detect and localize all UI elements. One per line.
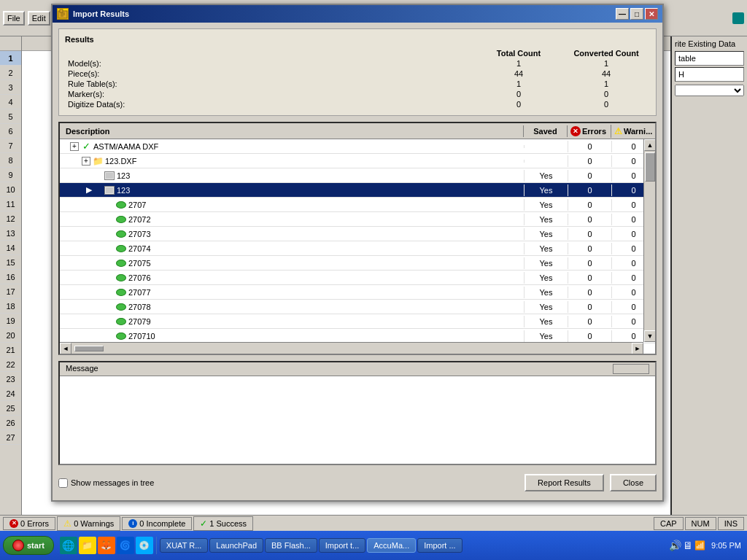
show-messages-checkbox[interactable]: Show messages in tree: [58, 478, 154, 488]
node-label: 27076: [128, 273, 151, 282]
scroll-down-button[interactable]: ▼: [644, 330, 656, 342]
saved-cell: Yes: [524, 228, 568, 240]
scroll-left-button[interactable]: ◄: [60, 343, 71, 354]
row-header: 21: [0, 343, 21, 357]
tree-row[interactable]: 270710 Yes 0 0: [60, 329, 655, 343]
node-label: 2707: [128, 201, 146, 209]
tree-row[interactable]: 27073 Yes 0 0: [60, 227, 655, 241]
report-results-button[interactable]: Report Results: [525, 474, 604, 491]
vertical-scrollbar[interactable]: ▲ ▼: [643, 139, 655, 342]
show-messages-input[interactable]: [58, 478, 68, 488]
result-row: Marker(s):00: [65, 89, 650, 99]
result-row: Model(s):11: [65, 58, 650, 69]
col-saved: Saved: [524, 125, 568, 137]
errors-cell: 0: [568, 199, 611, 211]
taskbar: start 🌐 📁 🦊 🌀 💿 XUAT R... LaunchPad BB F…: [0, 531, 747, 560]
folder-icon[interactable]: 📁: [79, 537, 96, 554]
node-icon: 📁: [92, 155, 104, 167]
row-header: 2: [0, 66, 21, 80]
horizontal-scrollbar[interactable]: ◄ ►: [60, 342, 643, 354]
row-arrow: ▶: [86, 185, 92, 195]
error-icon: ✕: [570, 126, 581, 136]
taskbar-item-bbflash[interactable]: BB Flash...: [265, 538, 317, 553]
taskbar-item-xuatr[interactable]: XUAT R...: [160, 538, 209, 553]
status-success-icon: ✓: [200, 518, 207, 529]
row-header: 20: [0, 328, 21, 343]
saved-cell: Yes: [524, 257, 568, 269]
row-header: 11: [0, 197, 21, 211]
oval-icon: [116, 216, 126, 223]
tree-row[interactable]: 123 Yes 0 0: [60, 168, 655, 183]
row-header: 25: [0, 401, 21, 416]
right-panel-table: table: [678, 54, 696, 63]
node-label: 123: [117, 186, 130, 195]
dialog-controls: — □ ✕: [616, 8, 658, 20]
saved-cell: Yes: [524, 272, 568, 284]
start-label: start: [27, 541, 44, 550]
expand-button[interactable]: +: [82, 157, 90, 166]
firefox-icon[interactable]: 🦊: [98, 537, 115, 554]
row-header: 8: [0, 153, 21, 168]
clock: 9:05 PM: [711, 541, 741, 550]
node-label: 123: [117, 171, 130, 180]
result-row: Rule Table(s):11: [65, 79, 650, 89]
saved-cell: Yes: [524, 287, 568, 298]
tree-row[interactable]: ▶ 123 Yes 0 0: [60, 183, 655, 198]
node-label: 123.DXF: [105, 157, 136, 166]
media-icon[interactable]: 💿: [136, 537, 153, 554]
minimize-button[interactable]: —: [616, 8, 629, 20]
taskbar-item-launchpad[interactable]: LaunchPad: [209, 538, 263, 553]
scroll-right-button[interactable]: ►: [632, 343, 643, 354]
taskbar-item-importt[interactable]: Import t...: [319, 538, 365, 553]
status-warnings-text: 0 Warnings: [74, 519, 114, 528]
node-label: ASTM/AAMA DXF: [93, 142, 158, 151]
tree-row[interactable]: 27079 Yes 0 0: [60, 314, 655, 329]
maximize-button[interactable]: □: [630, 8, 643, 20]
node-icon: [115, 257, 127, 269]
node-icon: [115, 330, 127, 342]
status-errors: ✕ 0 Errors: [3, 517, 55, 530]
col-warnings: ⚠ Warni...: [611, 125, 655, 138]
row-header: 10: [0, 182, 21, 197]
tree-row[interactable]: + ✓ ASTM/AAMA DXF 0 0: [60, 139, 655, 154]
browser-icon[interactable]: 🌀: [117, 537, 134, 554]
taskbar-right: 🔊 🖥 📶 9:05 PM: [663, 540, 747, 551]
tree-row[interactable]: 27072 Yes 0 0: [60, 212, 655, 227]
show-messages-label: Show messages in tree: [71, 478, 154, 487]
errors-cell: 0: [568, 184, 611, 196]
expand-button[interactable]: +: [70, 142, 79, 151]
errors-cell: 0: [568, 155, 611, 167]
dialog-titlebar: Import Results — □ ✕: [53, 5, 662, 23]
tree-row[interactable]: 27077 Yes 0 0: [60, 285, 655, 300]
status-incomplete: i 0 Incomplete: [122, 517, 192, 530]
row-header: 6: [0, 124, 21, 139]
scroll-up-button[interactable]: ▲: [644, 139, 656, 151]
svg-rect-1: [60, 9, 63, 12]
tree-row[interactable]: 27075 Yes 0 0: [60, 256, 655, 271]
dialog-title-text: Import Results: [73, 9, 129, 18]
saved-cell: Yes: [524, 170, 568, 182]
ie-icon[interactable]: 🌐: [60, 537, 77, 554]
taskbar-item-import2[interactable]: Import ...: [417, 538, 462, 553]
tree-row[interactable]: 2707 Yes 0 0: [60, 198, 655, 212]
start-button[interactable]: start: [3, 536, 54, 555]
node-icon: ✓: [80, 141, 92, 152]
taskbar-items: XUAT R... LaunchPad BB Flash... Import t…: [157, 538, 663, 553]
status-info-icon: i: [128, 519, 137, 528]
results-title: Results: [65, 35, 650, 44]
tree-row[interactable]: 27074 Yes 0 0: [60, 241, 655, 256]
message-body: [60, 376, 655, 464]
close-button[interactable]: Close: [610, 474, 657, 491]
tree-container: Description Saved ✕ Errors ⚠ Warni... + …: [58, 122, 657, 355]
row-header: 14: [0, 241, 21, 255]
result-row: Digitize Data(s):00: [65, 99, 650, 109]
tray-icon1: 🔊: [669, 540, 681, 551]
right-panel-select[interactable]: [675, 85, 744, 96]
tree-row[interactable]: 27078 Yes 0 0: [60, 300, 655, 314]
taskbar-item-accuma[interactable]: AccuMa...: [367, 538, 416, 553]
close-dialog-button[interactable]: ✕: [645, 8, 658, 20]
col-total-count: Total Count: [475, 48, 562, 58]
tree-row[interactable]: + 📁 123.DXF 0 0: [60, 154, 655, 168]
col-errors: ✕ Errors: [568, 125, 611, 138]
tree-row[interactable]: 27076 Yes 0 0: [60, 271, 655, 285]
